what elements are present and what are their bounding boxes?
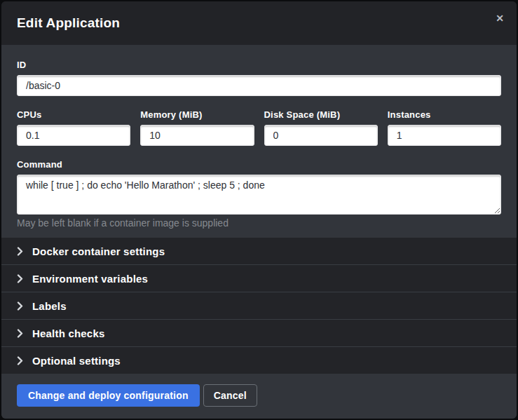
command-field-group: Command while [ true ] ; do echo 'Hello … — [17, 159, 501, 229]
section-docker-container-settings[interactable]: Docker container settings — [1, 238, 517, 265]
section-title: Health checks — [32, 327, 104, 339]
section-environment-variables[interactable]: Environment variables — [1, 265, 517, 292]
section-title: Labels — [32, 300, 67, 312]
cpus-label: CPUs — [17, 109, 130, 120]
edit-application-modal: Edit Application ✕ ID CPUs Memory (MiB) … — [1, 1, 517, 419]
instances-label: Instances — [388, 109, 501, 120]
cancel-button[interactable]: Cancel — [203, 384, 257, 407]
command-textarea[interactable]: while [ true ] ; do echo 'Hello Marathon… — [17, 175, 501, 215]
section-title: Docker container settings — [32, 245, 165, 257]
modal-footer: Change and deploy configuration Cancel — [1, 374, 517, 419]
change-and-deploy-button[interactable]: Change and deploy configuration — [17, 384, 200, 407]
resources-row: CPUs Memory (MiB) Disk Space (MiB) Insta… — [17, 109, 501, 146]
disk-field-group: Disk Space (MiB) — [264, 109, 378, 146]
modal-title: Edit Application — [17, 15, 120, 31]
id-input[interactable] — [17, 75, 501, 96]
command-label: Command — [17, 159, 501, 170]
form-body: ID CPUs Memory (MiB) Disk Space (MiB) In… — [1, 45, 517, 238]
memory-label: Memory (MiB) — [140, 109, 254, 120]
section-title: Environment variables — [32, 273, 148, 285]
chevron-right-icon — [17, 356, 23, 365]
modal-header: Edit Application ✕ — [1, 1, 517, 45]
close-icon[interactable]: ✕ — [493, 11, 507, 25]
chevron-right-icon — [17, 302, 23, 311]
chevron-right-icon — [17, 247, 23, 256]
instances-input[interactable] — [388, 125, 501, 146]
id-field-group: ID — [17, 60, 501, 96]
id-label: ID — [17, 60, 501, 70]
cpus-input[interactable] — [17, 125, 130, 146]
section-health-checks[interactable]: Health checks — [1, 320, 517, 347]
chevron-right-icon — [17, 329, 23, 338]
collapsible-sections: Docker container settings Environment va… — [1, 238, 517, 374]
memory-input[interactable] — [140, 125, 254, 146]
instances-field-group: Instances — [388, 109, 501, 146]
section-optional-settings[interactable]: Optional settings — [1, 347, 517, 374]
disk-input[interactable] — [264, 125, 378, 146]
section-labels[interactable]: Labels — [1, 292, 517, 320]
chevron-right-icon — [17, 274, 23, 283]
cpus-field-group: CPUs — [17, 109, 130, 146]
command-help-text: May be left blank if a container image i… — [17, 217, 501, 229]
disk-label: Disk Space (MiB) — [264, 109, 378, 120]
memory-field-group: Memory (MiB) — [140, 109, 254, 146]
section-title: Optional settings — [32, 355, 121, 367]
